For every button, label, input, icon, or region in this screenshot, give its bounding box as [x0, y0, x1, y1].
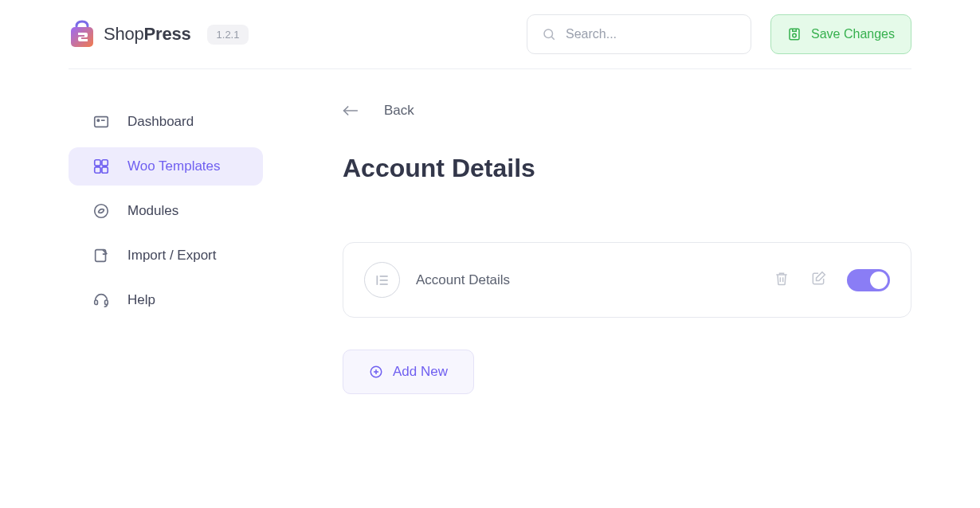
toggle-thumb — [870, 272, 888, 289]
template-card: Account Details — [343, 242, 911, 318]
sidebar-item-label: Dashboard — [127, 114, 194, 130]
card-right — [774, 269, 890, 291]
logo-icon — [69, 20, 96, 49]
search-icon — [542, 27, 556, 41]
header-left: ShopPress 1.2.1 — [69, 20, 249, 49]
dashboard-icon — [92, 113, 110, 131]
sidebar-item-label: Woo Templates — [127, 158, 221, 174]
sidebar-item-woo-templates[interactable]: Woo Templates — [69, 147, 263, 186]
version-badge: 1.2.1 — [207, 25, 249, 45]
plus-circle-icon — [369, 365, 383, 379]
sidebar-item-modules[interactable]: Modules — [69, 192, 263, 230]
logo-text: ShopPress — [104, 24, 191, 45]
account-details-icon — [364, 262, 400, 298]
edit-icon — [810, 271, 826, 287]
svg-point-12 — [95, 205, 108, 218]
sidebar-item-help[interactable]: Help — [69, 281, 263, 319]
add-new-button[interactable]: Add New — [343, 350, 474, 394]
svg-rect-15 — [105, 300, 108, 305]
enable-toggle[interactable] — [847, 269, 890, 291]
delete-button[interactable] — [774, 271, 790, 290]
help-icon — [92, 291, 110, 309]
sidebar-item-dashboard[interactable]: Dashboard — [69, 103, 263, 141]
back-label: Back — [384, 103, 414, 119]
templates-icon — [92, 158, 110, 175]
svg-point-4 — [793, 33, 797, 37]
svg-rect-8 — [95, 160, 100, 166]
back-button[interactable]: Back — [343, 103, 911, 119]
sidebar-item-label: Modules — [127, 203, 178, 219]
logo[interactable]: ShopPress — [69, 20, 191, 49]
sidebar: Dashboard Woo Templates — [69, 103, 308, 394]
sidebar-item-import-export[interactable]: Import / Export — [69, 236, 263, 275]
svg-rect-11 — [102, 167, 108, 173]
search-wrap[interactable] — [527, 14, 751, 54]
save-changes-button[interactable]: Save Changes — [770, 14, 911, 54]
header-right: Save Changes — [527, 14, 911, 54]
sidebar-item-label: Import / Export — [127, 248, 216, 264]
arrow-left-icon — [343, 105, 359, 116]
svg-rect-5 — [95, 117, 108, 127]
svg-line-2 — [551, 37, 554, 39]
svg-rect-14 — [95, 300, 98, 305]
modules-icon — [92, 202, 110, 220]
add-new-label: Add New — [393, 364, 448, 380]
svg-point-1 — [544, 29, 553, 38]
logo-text-bold: Press — [144, 24, 191, 44]
main: Back Account Details Account Details — [308, 103, 911, 394]
card-title: Account Details — [416, 272, 510, 288]
card-left: Account Details — [364, 262, 510, 298]
edit-button[interactable] — [810, 271, 826, 290]
page-title: Account Details — [343, 154, 911, 183]
svg-rect-10 — [95, 167, 100, 173]
trash-icon — [774, 271, 790, 287]
header: ShopPress 1.2.1 Save Changes — [69, 0, 911, 69]
svg-rect-9 — [102, 160, 108, 166]
sidebar-item-label: Help — [127, 292, 155, 308]
save-changes-label: Save Changes — [811, 27, 895, 41]
svg-point-6 — [97, 119, 99, 121]
save-icon — [787, 27, 802, 41]
import-export-icon — [92, 247, 110, 264]
logo-text-light: Shop — [104, 24, 144, 44]
search-input[interactable] — [566, 27, 736, 41]
